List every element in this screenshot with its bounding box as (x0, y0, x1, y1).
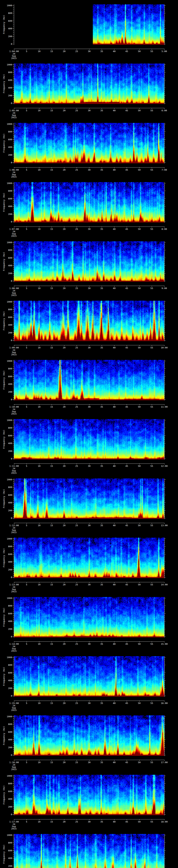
y-major-tick-right (164, 518, 166, 518)
y-minor-tick (13, 499, 14, 499)
x-major-tick (77, 642, 77, 643)
x-major-tick (39, 523, 39, 524)
y-major-tick-right (164, 95, 166, 96)
y-minor-tick (13, 612, 14, 612)
y-minor-tick-right (164, 694, 165, 694)
x-major-tick (64, 523, 64, 524)
y-minor-tick (13, 137, 14, 138)
spectrogram-panel: Frequency (Hz) 020040060080010001:04:005… (0, 0, 178, 59)
y-tick-label: 0 (0, 339, 12, 341)
spectrogram-panel: Frequency (Hz) 020040060080010001:08:005… (0, 237, 178, 296)
x-major-tick (39, 227, 39, 227)
y-minor-tick (13, 323, 14, 323)
y-minor-tick-right (164, 331, 165, 331)
y-tick-label: 200 (0, 213, 12, 215)
y-minor-tick-right (164, 422, 165, 422)
y-minor-tick-right (164, 736, 165, 736)
y-major-tick-right (164, 206, 166, 207)
y-tick-label: 0 (0, 458, 12, 460)
spectrogram-canvas (14, 182, 164, 222)
y-minor-tick-right (164, 380, 165, 380)
x-major-tick (64, 464, 64, 465)
x-major-tick (64, 701, 64, 702)
spectrogram-canvas (14, 656, 164, 696)
y-minor-tick (13, 195, 14, 195)
y-minor-tick (13, 803, 14, 803)
x-major-tick (164, 523, 165, 524)
y-tick-label: 800 (0, 664, 12, 666)
x-major-tick (139, 286, 140, 287)
spectrogram-stack: Frequency (Hz) 020040060080010001:04:005… (0, 0, 178, 868)
y-minor-tick-right (164, 76, 165, 76)
y-tick-label: 200 (0, 94, 12, 97)
y-minor-tick-right (164, 432, 165, 432)
y-minor-tick (13, 675, 14, 675)
y-minor-tick-right (164, 252, 165, 252)
y-major-tick (12, 443, 14, 443)
y-minor-tick-right (164, 669, 165, 669)
y-minor-tick-right (164, 504, 165, 505)
y-minor-tick (13, 261, 14, 262)
x-major-tick (39, 108, 39, 109)
y-minor-tick (13, 722, 14, 722)
y-major-tick (12, 162, 14, 163)
y-tick-label: 600 (0, 375, 12, 378)
y-axis-title: Frequency (Hz) (3, 133, 5, 153)
x-tick-label-end: 17:00 (154, 761, 175, 764)
y-minor-tick-right (164, 512, 165, 513)
x-major-tick (52, 108, 52, 109)
y-minor-tick (13, 252, 14, 252)
y-major-tick-right (164, 214, 166, 214)
y-minor-tick (13, 82, 14, 82)
spectrogram-panel: Frequency (Hz) 020040060080010001:15:005… (0, 652, 178, 711)
x-major-tick (152, 523, 152, 524)
y-minor-tick-right (164, 493, 165, 493)
x-major-tick (64, 167, 64, 168)
y-minor-tick-right (164, 365, 165, 365)
spectrogram-panel: Frequency (Hz) 020040060080010001:10:005… (0, 355, 178, 415)
x-major-tick (139, 701, 140, 702)
spectrogram-panel: Frequency (Hz) 020040060080010001:12:005… (0, 474, 178, 533)
y-minor-tick (13, 684, 14, 684)
y-minor-tick (13, 68, 14, 69)
y-major-tick-right (164, 333, 166, 333)
y-major-tick (12, 732, 14, 732)
x-major-tick (152, 345, 152, 346)
y-minor-tick (13, 394, 14, 394)
x-major-tick (139, 819, 140, 820)
y-minor-tick-right (164, 185, 165, 185)
y-minor-tick (13, 514, 14, 515)
y-minor-tick (13, 615, 14, 616)
x-major-tick (39, 404, 39, 405)
y-minor-tick (13, 540, 14, 541)
x-major-tick (164, 819, 165, 820)
y-axis-title: Frequency (Hz) (3, 370, 5, 390)
y-tick-label: 200 (0, 865, 12, 867)
y-minor-tick-right (164, 745, 165, 746)
y-major-tick-right (164, 776, 166, 776)
y-minor-tick-right (164, 508, 165, 509)
x-major-tick (77, 167, 77, 168)
y-minor-tick (13, 741, 14, 742)
x-major-tick (52, 701, 52, 702)
y-minor-tick (13, 805, 14, 805)
y-minor-tick (13, 210, 14, 210)
y-minor-tick (13, 264, 14, 264)
y-minor-tick-right (164, 864, 165, 864)
y-tick-label: 0 (0, 517, 12, 519)
x-major-tick (77, 523, 77, 524)
y-major-tick-right (164, 783, 166, 784)
y-major-tick-right (164, 637, 166, 637)
y-major-tick (12, 562, 14, 562)
y-major-tick-right (164, 459, 166, 459)
y-major-tick-right (164, 317, 166, 317)
x-tick-label-end: 10:00 (154, 346, 175, 349)
y-minor-tick (13, 17, 14, 17)
y-tick-label: 600 (0, 731, 12, 733)
y-minor-tick-right (164, 200, 165, 201)
y-minor-tick (13, 432, 14, 432)
y-major-tick-right (164, 562, 166, 562)
y-tick-label: 400 (0, 501, 12, 504)
x-major-tick (39, 167, 39, 168)
y-minor-tick-right (164, 499, 165, 499)
